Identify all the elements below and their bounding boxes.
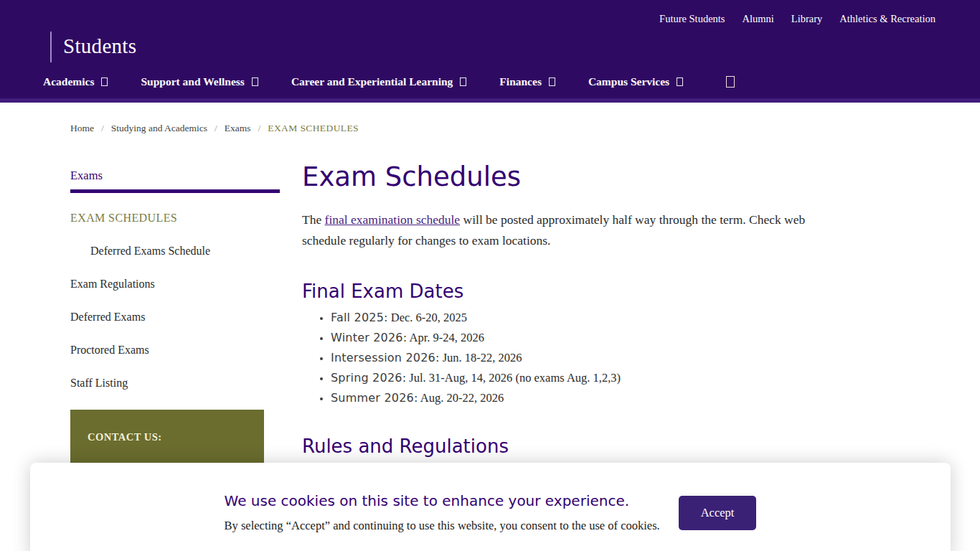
term-dates: Jun. 18-22, 2026 bbox=[440, 351, 522, 364]
breadcrumb-home[interactable]: Home bbox=[70, 123, 94, 134]
cookie-text-block: We use cookies on this site to enhance y… bbox=[225, 492, 660, 533]
breadcrumb-studying-and-academics[interactable]: Studying and Academics bbox=[111, 123, 207, 134]
accept-cookies-button[interactable]: Accept bbox=[679, 496, 757, 530]
nav-item-academics[interactable]: Academics bbox=[43, 75, 108, 88]
dropdown-glyph-icon bbox=[677, 77, 683, 86]
search-icon[interactable] bbox=[726, 76, 735, 88]
cookie-banner: We use cookies on this site to enhance y… bbox=[30, 463, 951, 551]
term-label: Winter 2026: bbox=[331, 331, 407, 344]
exam-date-item-fall: Fall 2025: Dec. 6-20, 2025 bbox=[331, 311, 833, 325]
utility-nav-future-students[interactable]: Future Students bbox=[659, 13, 725, 25]
utility-nav-athletics[interactable]: Athletics & Recreation bbox=[839, 13, 936, 25]
intro-pre: The bbox=[302, 212, 325, 227]
dropdown-glyph-icon bbox=[549, 77, 555, 86]
exam-date-item-intersession: Intersession 2026: Jun. 18-22, 2026 bbox=[331, 351, 833, 365]
final-exam-dates-list: Fall 2025: Dec. 6-20, 2025 Winter 2026: … bbox=[302, 311, 833, 405]
term-dates: Dec. 6-20, 2025 bbox=[388, 311, 467, 324]
term-label: Intersession 2026: bbox=[331, 351, 440, 364]
breadcrumb-exams[interactable]: Exams bbox=[225, 123, 251, 134]
nav-item-campus-services[interactable]: Campus Services bbox=[588, 75, 683, 88]
breadcrumb-current: EXAM SCHEDULES bbox=[268, 123, 359, 134]
site-header: Future Students Alumni Library Athletics… bbox=[0, 0, 980, 103]
dropdown-glyph-icon bbox=[101, 77, 108, 86]
exam-date-item-spring: Spring 2026: Jul. 31-Aug, 14, 2026 (no e… bbox=[331, 371, 833, 385]
nav-item-label: Career and Experiential Learning bbox=[291, 75, 453, 88]
term-label: Fall 2025: bbox=[331, 311, 388, 324]
sidebar-item-exam-schedules[interactable]: EXAM SCHEDULES bbox=[70, 212, 280, 225]
final-exam-dates-heading: Final Exam Dates bbox=[302, 281, 833, 302]
cookie-body: By selecting “Accept” and continuing to … bbox=[225, 519, 660, 533]
sidebar-item-proctored-exams[interactable]: Proctored Exams bbox=[70, 344, 280, 357]
main-nav: Academics Support and Wellness Career an… bbox=[43, 75, 980, 98]
term-label: Spring 2026: bbox=[331, 371, 406, 385]
utility-nav: Future Students Alumni Library Athletics… bbox=[0, 10, 980, 27]
sidebar-section-title[interactable]: Exams bbox=[70, 169, 280, 183]
page-title: Exam Schedules bbox=[302, 161, 833, 192]
nav-item-label: Campus Services bbox=[588, 75, 669, 88]
breadcrumb-separator: / bbox=[258, 123, 261, 134]
term-dates: Apr. 9-24, 2026 bbox=[407, 331, 484, 344]
term-dates: Aug. 20-22, 2026 bbox=[418, 391, 504, 405]
logo-block: Students bbox=[50, 32, 980, 62]
site-logo[interactable]: Students bbox=[63, 34, 136, 58]
sidebar-item-deferred-exams-schedule[interactable]: Deferred Exams Schedule bbox=[70, 245, 280, 258]
exam-date-item-winter: Winter 2026: Apr. 9-24, 2026 bbox=[331, 331, 833, 345]
dropdown-glyph-icon bbox=[460, 77, 466, 86]
utility-nav-alumni[interactable]: Alumni bbox=[743, 13, 774, 25]
sidebar-divider bbox=[70, 189, 280, 193]
sidebar-item-staff-listing[interactable]: Staff Listing bbox=[70, 377, 280, 390]
term-label: Summer 2026: bbox=[331, 391, 418, 405]
breadcrumb-separator: / bbox=[215, 123, 217, 134]
dropdown-glyph-icon bbox=[252, 77, 258, 86]
cookie-heading: We use cookies on this site to enhance y… bbox=[225, 492, 660, 509]
nav-item-label: Academics bbox=[43, 75, 94, 88]
contact-title: CONTACT US: bbox=[88, 431, 247, 443]
sidebar-item-exam-regulations[interactable]: Exam Regulations bbox=[70, 278, 280, 291]
main-content: Exam Schedules The final examination sch… bbox=[302, 161, 833, 457]
exam-date-item-summer: Summer 2026: Aug. 20-22, 2026 bbox=[331, 391, 833, 405]
intro-paragraph: The final examination schedule will be p… bbox=[302, 209, 829, 250]
nav-item-support-and-wellness[interactable]: Support and Wellness bbox=[141, 75, 258, 88]
nav-item-career-learning[interactable]: Career and Experiential Learning bbox=[291, 75, 466, 88]
nav-item-finances[interactable]: Finances bbox=[499, 75, 555, 88]
sidebar-item-deferred-exams[interactable]: Deferred Exams bbox=[70, 311, 280, 324]
nav-item-label: Finances bbox=[499, 75, 542, 88]
term-dates: Jul. 31-Aug, 14, 2026 (no exams Aug. 1,2… bbox=[406, 371, 621, 385]
breadcrumb-separator: / bbox=[101, 123, 104, 134]
rules-and-regulations-heading: Rules and Regulations bbox=[302, 435, 833, 457]
nav-item-label: Support and Wellness bbox=[141, 75, 244, 88]
utility-nav-library[interactable]: Library bbox=[791, 13, 822, 25]
breadcrumb: Home / Studying and Academics / Exams / … bbox=[70, 123, 980, 134]
final-exam-schedule-link[interactable]: final examination schedule bbox=[325, 212, 461, 227]
